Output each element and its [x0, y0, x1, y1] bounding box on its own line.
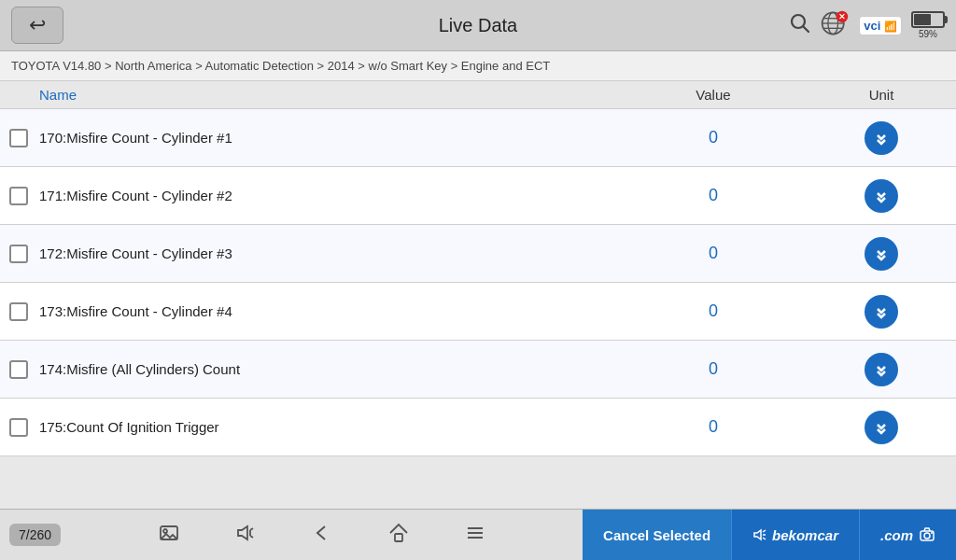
- col-value-header: Value: [620, 87, 807, 103]
- row-value: 0: [620, 359, 807, 379]
- dotcom-label: .com: [880, 527, 913, 543]
- row-name-cell: 170:Misfire Count - Cylinder #1: [0, 119, 620, 157]
- bekomcar-label: bekomcar: [772, 527, 838, 543]
- page-indicator: 7/260: [9, 524, 61, 546]
- table-body: 170:Misfire Count - Cylinder #1 0 171:Mi…: [0, 109, 956, 477]
- table-row: 172:Misfire Count - Cylinder #3 0: [0, 225, 956, 283]
- svg-point-24: [924, 533, 930, 539]
- expand-button[interactable]: [865, 411, 898, 444]
- expand-button[interactable]: [865, 295, 898, 329]
- row-name-cell: 174:Misfire (All Cylinders) Count: [0, 351, 620, 388]
- row-name-cell: 171:Misfire Count - Cylinder #2: [0, 177, 620, 215]
- row-checkbox[interactable]: [9, 129, 28, 147]
- row-label: 171:Misfire Count - Cylinder #2: [39, 188, 232, 203]
- table-header: Name Value Unit: [0, 81, 956, 109]
- svg-text:✕: ✕: [838, 12, 846, 21]
- expand-button[interactable]: [865, 121, 898, 155]
- cancel-selected-button[interactable]: Cancel Selected: [583, 510, 732, 561]
- header: ↩ Live Data ✕ vci 📶: [0, 0, 956, 51]
- table-row: 175:Count Of Ignition Trigger 0: [0, 399, 956, 456]
- row-checkbox[interactable]: [9, 187, 28, 205]
- volume-icon[interactable]: [235, 523, 256, 547]
- row-checkbox[interactable]: [9, 302, 28, 321]
- svg-line-14: [250, 536, 253, 538]
- svg-point-10: [163, 529, 167, 533]
- table-row: 174:Misfire (All Cylinders) Count 0: [0, 341, 956, 399]
- image-icon[interactable]: [159, 523, 179, 548]
- table-row: 173:Misfire Count - Cylinder #4 0: [0, 283, 956, 341]
- battery-percent: 59%: [919, 29, 937, 39]
- col-unit-header: Unit: [807, 87, 956, 103]
- battery-indicator: 59%: [911, 11, 945, 39]
- row-value: 0: [620, 244, 807, 263]
- search-icon[interactable]: [788, 11, 810, 39]
- row-value: 0: [620, 128, 807, 147]
- menu-icon[interactable]: [465, 523, 485, 547]
- header-icons: ✕ vci 📶 59%: [788, 8, 945, 42]
- row-unit: [807, 411, 956, 444]
- home-icon[interactable]: [388, 523, 409, 547]
- expand-button[interactable]: [865, 179, 898, 213]
- row-name-cell: 175:Count Of Ignition Trigger: [0, 409, 620, 446]
- row-checkbox[interactable]: [9, 418, 28, 437]
- row-label: 170:Misfire Count - Cylinder #1: [39, 130, 232, 146]
- row-value: 0: [620, 186, 807, 205]
- expand-button[interactable]: [865, 237, 898, 271]
- row-name-cell: 172:Misfire Count - Cylinder #3: [0, 235, 620, 273]
- battery-icon: [911, 11, 945, 28]
- globe-icon[interactable]: ✕: [820, 8, 850, 42]
- page-title: Live Data: [439, 15, 518, 36]
- row-checkbox[interactable]: [9, 245, 28, 263]
- svg-line-20: [763, 530, 766, 532]
- row-name-cell: 173:Misfire Count - Cylinder #4: [0, 293, 620, 330]
- back-icon: ↩: [29, 13, 46, 37]
- row-checkbox[interactable]: [9, 360, 28, 379]
- bottom-bar: 7/260: [0, 509, 956, 560]
- svg-line-22: [763, 538, 766, 539]
- svg-rect-15: [395, 534, 402, 541]
- col-name-header: Name: [0, 87, 620, 103]
- row-unit: [807, 179, 956, 213]
- bekomcar-button[interactable]: bekomcar: [732, 510, 860, 561]
- table-row: 170:Misfire Count - Cylinder #1 0: [0, 109, 956, 167]
- row-unit: [807, 237, 956, 271]
- row-label: 172:Misfire Count - Cylinder #3: [39, 245, 232, 261]
- dotcom-button[interactable]: .com: [860, 510, 956, 561]
- breadcrumb: TOYOTA V14.80 > North America > Automati…: [0, 51, 956, 81]
- row-unit: [807, 295, 956, 329]
- bottom-nav-icons: [61, 523, 583, 548]
- vci-icon[interactable]: vci 📶: [859, 16, 902, 35]
- svg-marker-11: [238, 526, 247, 539]
- back-nav-icon[interactable]: [312, 523, 332, 547]
- bottom-actions: Cancel Selected bekomcar .com: [583, 510, 956, 561]
- table-row: 171:Misfire Count - Cylinder #2 0: [0, 167, 956, 225]
- row-label: 173:Misfire Count - Cylinder #4: [39, 303, 232, 319]
- expand-button[interactable]: [865, 353, 898, 386]
- row-value: 0: [620, 301, 807, 321]
- back-button[interactable]: ↩: [11, 7, 63, 44]
- svg-marker-19: [754, 530, 761, 539]
- svg-line-13: [250, 528, 253, 530]
- row-label: 175:Count Of Ignition Trigger: [39, 419, 219, 435]
- row-value: 0: [620, 417, 807, 437]
- row-unit: [807, 353, 956, 386]
- row-label: 174:Misfire (All Cylinders) Count: [39, 361, 240, 377]
- row-unit: [807, 121, 956, 155]
- svg-line-1: [804, 27, 809, 33]
